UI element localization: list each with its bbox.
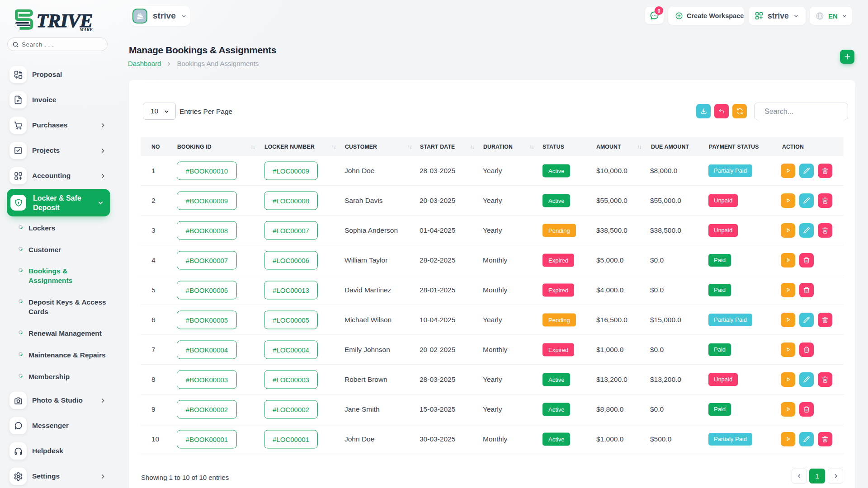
svg-text:MAKE: MAKE	[79, 27, 93, 32]
